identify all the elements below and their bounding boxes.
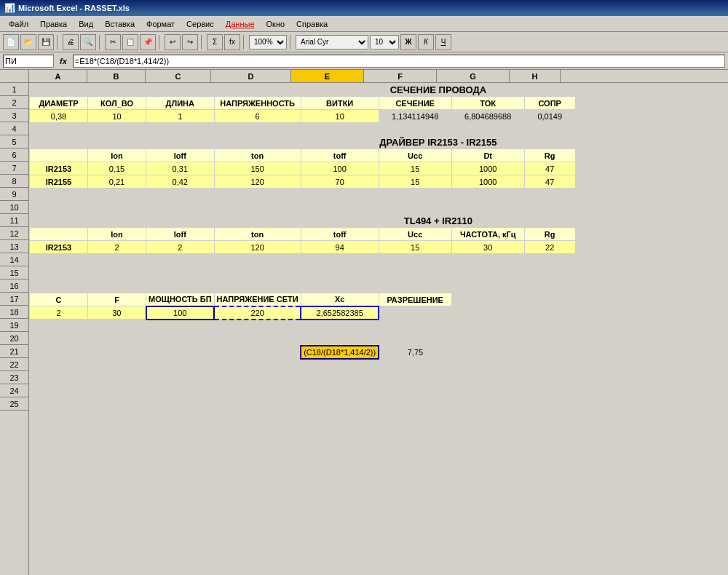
r3c2[interactable]: 10 — [88, 110, 146, 123]
r16c8[interactable] — [524, 280, 575, 293]
r8c2[interactable]: 0,21 — [88, 175, 146, 189]
col-header-a[interactable]: A — [29, 70, 87, 82]
row-num-8[interactable]: 8 — [0, 175, 28, 188]
r23c4[interactable] — [214, 372, 301, 385]
row-num-5[interactable]: 5 — [0, 135, 28, 148]
r7c1[interactable]: IR2153 — [30, 162, 88, 175]
r20c2[interactable] — [88, 333, 146, 346]
r22c3[interactable] — [146, 359, 215, 372]
r8c6[interactable]: 15 — [379, 175, 451, 189]
r16c4[interactable] — [214, 280, 301, 293]
r19c5[interactable] — [301, 320, 379, 333]
r8c5[interactable]: 70 — [301, 175, 379, 189]
r20c7[interactable] — [451, 333, 524, 346]
r6c5[interactable]: toff — [301, 149, 379, 162]
r7c3[interactable]: 0,31 — [146, 162, 215, 175]
r6c3[interactable]: Ioff — [146, 149, 215, 162]
r6c7[interactable]: Dt — [451, 149, 524, 162]
menu-help[interactable]: Справка — [290, 18, 333, 30]
bold-button[interactable]: Ж — [400, 34, 416, 50]
r15c4[interactable] — [214, 267, 301, 280]
r6c8[interactable]: Rg — [524, 149, 575, 162]
r4c4[interactable] — [214, 123, 301, 136]
r7c4[interactable]: 150 — [214, 162, 301, 175]
row-num-3[interactable]: 3 — [0, 109, 28, 122]
r4c5[interactable] — [301, 123, 379, 136]
col-header-b[interactable]: B — [87, 70, 146, 82]
r16c1[interactable] — [30, 280, 88, 293]
r25c6[interactable] — [379, 398, 451, 411]
r25c7[interactable] — [451, 398, 524, 411]
r6c2[interactable]: Ion — [88, 149, 146, 162]
r6c1[interactable] — [30, 149, 88, 162]
new-button[interactable]: 📄 — [3, 34, 19, 50]
menu-insert[interactable]: Вставка — [99, 18, 141, 30]
r2c7[interactable]: ТОК — [451, 97, 524, 110]
r2c1[interactable]: ДИАМЕТР — [30, 97, 88, 110]
col-header-f[interactable]: F — [364, 70, 437, 82]
open-button[interactable]: 📂 — [20, 34, 36, 50]
r20c3[interactable] — [146, 333, 215, 346]
r9c5[interactable] — [301, 189, 379, 202]
r22c7[interactable] — [451, 359, 524, 372]
undo-button[interactable]: ↩ — [165, 34, 181, 50]
menu-window[interactable]: Окно — [261, 18, 291, 30]
row-num-22[interactable]: 22 — [0, 358, 28, 371]
r12c6[interactable]: Ucc — [379, 228, 451, 241]
row-num-16[interactable]: 16 — [0, 279, 28, 293]
r20c5[interactable] — [301, 333, 379, 346]
r22c4[interactable] — [214, 359, 301, 372]
r22c1[interactable] — [30, 359, 88, 372]
r18c7[interactable] — [451, 306, 524, 320]
r23c6[interactable] — [379, 372, 451, 385]
r17c1[interactable]: C — [30, 293, 88, 306]
r24c5[interactable] — [301, 385, 379, 398]
r12c5[interactable]: toff — [301, 228, 379, 241]
menu-data[interactable]: Данные — [220, 18, 261, 30]
r19c7[interactable] — [451, 320, 524, 333]
r1c3[interactable] — [146, 84, 215, 97]
r21c6[interactable]: 7,75 — [379, 346, 451, 359]
cut-button[interactable]: ✂ — [105, 34, 121, 50]
r10c3[interactable] — [146, 202, 215, 215]
r17c6[interactable]: РАЗРЕШЕНИЕ — [379, 293, 451, 306]
r8c8[interactable]: 47 — [524, 175, 575, 189]
r3c5[interactable]: 10 — [301, 110, 379, 123]
r4c1[interactable] — [30, 123, 88, 136]
r22c8[interactable] — [524, 359, 575, 372]
r5c3[interactable] — [146, 136, 215, 149]
r9c8[interactable] — [524, 189, 575, 202]
r5c1[interactable] — [30, 136, 88, 149]
r14c1[interactable] — [30, 254, 88, 267]
r13c4[interactable]: 120 — [214, 241, 301, 254]
sum-button[interactable]: Σ — [207, 34, 223, 50]
r19c2[interactable] — [88, 320, 146, 333]
r10c5[interactable] — [301, 202, 379, 215]
r9c2[interactable] — [88, 189, 146, 202]
print-button[interactable]: 🖨 — [63, 34, 79, 50]
r15c8[interactable] — [524, 267, 575, 280]
r1c1[interactable] — [30, 84, 88, 97]
zoom-combo[interactable]: 100% — [249, 35, 287, 49]
row-num-20[interactable]: 20 — [0, 332, 28, 345]
r2c4[interactable]: НАПРЯЖЕННОСТЬ — [214, 97, 301, 110]
r10c7[interactable] — [451, 202, 524, 215]
r24c1[interactable] — [30, 385, 88, 398]
preview-button[interactable]: 🔍 — [80, 34, 96, 50]
r7c5[interactable]: 100 — [301, 162, 379, 175]
r12c8[interactable]: Rg — [524, 228, 575, 241]
r8c3[interactable]: 0,42 — [146, 175, 215, 189]
r17c2[interactable]: F — [88, 293, 146, 306]
r18c6[interactable] — [379, 306, 451, 320]
r15c6[interactable] — [379, 267, 451, 280]
r14c3[interactable] — [146, 254, 215, 267]
r10c6[interactable] — [379, 202, 451, 215]
r2c2[interactable]: КОЛ_ВО — [88, 97, 146, 110]
formula-input[interactable] — [73, 55, 725, 68]
paste-button[interactable]: 📌 — [140, 34, 156, 50]
r21c4[interactable] — [214, 346, 301, 359]
r17c7[interactable] — [451, 293, 524, 306]
row-num-14[interactable]: 14 — [0, 253, 28, 266]
r24c7[interactable] — [451, 385, 524, 398]
r14c8[interactable] — [524, 254, 575, 267]
